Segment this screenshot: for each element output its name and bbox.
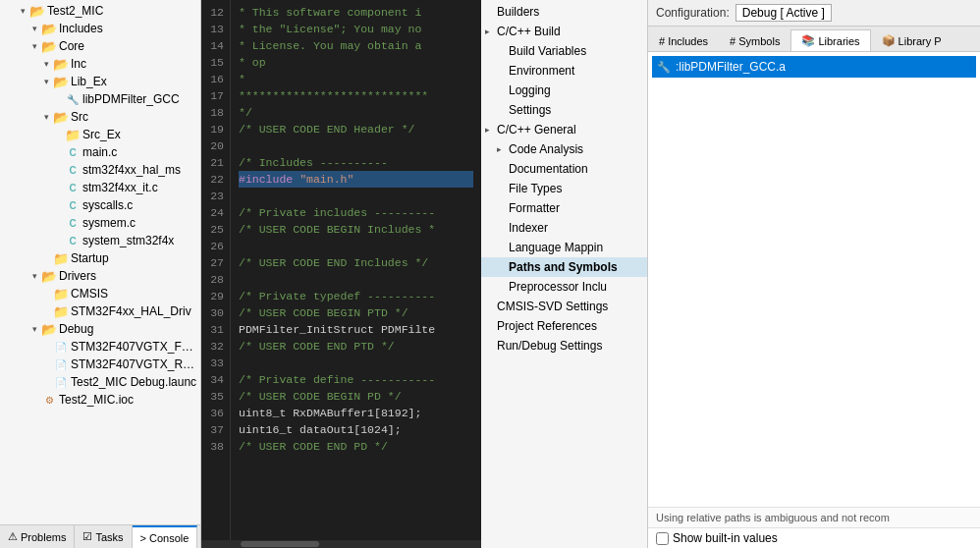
scroll-thumb[interactable]: [241, 541, 319, 547]
settings-item-file_types[interactable]: File Types: [481, 179, 647, 198]
code-line-37[interactable]: uint16_t dataOut1[1024];: [239, 421, 473, 438]
code-line-28[interactable]: [239, 271, 473, 288]
tree-item-main_c[interactable]: Cmain.c: [0, 143, 200, 161]
settings-item-build_vars[interactable]: Build Variables: [481, 41, 647, 61]
tree-arrow-test2_mic[interactable]: [16, 4, 29, 18]
tree-arrow-sysmem[interactable]: [51, 216, 65, 230]
settings-item-builders[interactable]: Builders: [481, 2, 647, 22]
tree-item-debug_launch[interactable]: 📄Test2_MIC Debug.launc: [0, 373, 200, 391]
tree-item-stm32ram[interactable]: 📄STM32F407VGTX_RAM.l: [0, 356, 200, 373]
code-line-35[interactable]: /* USER CODE BEGIN PD */: [239, 388, 473, 405]
settings-item-paths_symbols[interactable]: Paths and Symbols: [481, 257, 647, 277]
code-line-14[interactable]: * License. You may obtain a: [239, 37, 473, 54]
tree-item-stm32it[interactable]: Cstm32f4xx_it.c: [0, 179, 200, 196]
tree-arrow-main_c[interactable]: [51, 145, 65, 159]
code-line-32[interactable]: /* USER CODE END PTD */: [239, 338, 473, 355]
code-line-38[interactable]: /* USER CODE END PD */: [239, 438, 473, 455]
tree-arrow-lib_ex[interactable]: [39, 75, 53, 88]
code-line-27[interactable]: /* USER CODE END Includes */: [239, 254, 473, 271]
show-builtin-checkbox[interactable]: [656, 532, 669, 545]
tree-arrow-drivers[interactable]: [27, 269, 41, 283]
code-line-30[interactable]: /* USER CODE BEGIN PTD */: [239, 304, 473, 321]
settings-item-run_debug[interactable]: Run/Debug Settings: [481, 336, 647, 356]
settings-item-indexer[interactable]: Indexer: [481, 218, 647, 238]
tree-item-includes[interactable]: 📂Includes: [0, 20, 200, 37]
settings-item-proj_refs[interactable]: Project References: [481, 316, 647, 336]
tree-item-inc[interactable]: 📂Inc: [0, 55, 200, 73]
code-line-19[interactable]: /* USER CODE END Header */: [239, 121, 473, 137]
config-dropdown[interactable]: Debug [ Active ]: [735, 4, 832, 22]
file-tree[interactable]: 📂Test2_MIC📂Includes📂Core📂Inc📂Lib_Ex🔧libP…: [0, 0, 200, 524]
code-line-13[interactable]: * the "License"; You may no: [239, 21, 473, 37]
tree-item-src_ex[interactable]: 📁Src_Ex: [0, 126, 200, 143]
tree-item-debug[interactable]: 📂Debug: [0, 320, 200, 338]
tree-item-syscalls[interactable]: Csyscalls.c: [0, 196, 200, 214]
tree-arrow-libpdmfilter[interactable]: [51, 92, 65, 106]
settings-item-lang_mapping[interactable]: Language Mappin: [481, 238, 647, 257]
tree-arrow-ioc[interactable]: [27, 393, 41, 407]
tree-arrow-stm32it[interactable]: [51, 181, 65, 194]
tree-arrow-includes[interactable]: [27, 22, 41, 35]
tree-arrow-src[interactable]: [39, 110, 53, 124]
code-line-26[interactable]: [239, 238, 473, 254]
tab-library_p[interactable]: 📦Library P: [871, 29, 953, 51]
settings-item-cpp_general[interactable]: ▸C/C++ General: [481, 120, 647, 139]
code-line-25[interactable]: /* USER CODE BEGIN Includes *: [239, 221, 473, 238]
tab-symbols[interactable]: #Symbols: [719, 29, 790, 51]
settings-item-cpp_build[interactable]: ▸C/C++ Build: [481, 22, 647, 41]
tree-arrow-cmsis[interactable]: [39, 287, 53, 301]
code-line-23[interactable]: [239, 188, 473, 204]
settings-tree[interactable]: Builders▸C/C++ BuildBuild VariablesEnvir…: [481, 0, 647, 548]
tree-item-drivers[interactable]: 📂Drivers: [0, 267, 200, 285]
tree-item-src[interactable]: 📂Src: [0, 108, 200, 126]
tree-item-stm32flash[interactable]: 📄STM32F407VGTX_FLAS: [0, 338, 200, 356]
code-editor[interactable]: 1213141516171819202122232425262728293031…: [201, 0, 481, 540]
tab-libraries[interactable]: 📚Libraries: [790, 29, 870, 51]
code-line-22[interactable]: #include "main.h": [239, 171, 473, 188]
settings-item-formatter[interactable]: Formatter: [481, 198, 647, 218]
code-line-33[interactable]: [239, 355, 473, 371]
settings-item-preproc[interactable]: Preprocessor Inclu: [481, 277, 647, 297]
tree-arrow-src_ex[interactable]: [51, 128, 65, 141]
bottom-tab-console[interactable]: >Console: [133, 525, 198, 548]
tree-arrow-debug[interactable]: [27, 322, 41, 336]
code-scrollbar[interactable]: [201, 540, 481, 548]
settings-item-code_analysis[interactable]: ▸Code Analysis: [481, 139, 647, 159]
tree-arrow-inc[interactable]: [39, 57, 53, 71]
code-line-21[interactable]: /* Includes ----------: [239, 154, 473, 171]
code-line-20[interactable]: [239, 137, 473, 154]
tree-item-core[interactable]: 📂Core: [0, 37, 200, 55]
tab-includes[interactable]: #Includes: [648, 29, 719, 51]
tree-arrow-stm32hal_drv[interactable]: [39, 304, 53, 318]
code-line-18[interactable]: */: [239, 104, 473, 121]
tree-item-test2_mic[interactable]: 📂Test2_MIC: [0, 2, 200, 20]
tree-arrow-stm32ram[interactable]: [39, 357, 53, 371]
library-list[interactable]: 🔧:libPDMFilter_GCC.a: [648, 52, 980, 507]
tree-item-system_stm[interactable]: Csystem_stm32f4x: [0, 232, 200, 249]
tree-item-lib_ex[interactable]: 📂Lib_Ex: [0, 73, 200, 90]
tree-arrow-debug_launch[interactable]: [39, 375, 53, 389]
code-line-24[interactable]: /* Private includes ---------: [239, 204, 473, 221]
tree-item-stm32hal_drv[interactable]: 📁STM32F4xx_HAL_Driv: [0, 302, 200, 320]
code-line-36[interactable]: uint8_t RxDMABuffer1[8192];: [239, 405, 473, 421]
code-line-29[interactable]: /* Private typedef ----------: [239, 288, 473, 304]
settings-item-cmsis_svd[interactable]: CMSIS-SVD Settings: [481, 297, 647, 316]
code-line-16[interactable]: *: [239, 71, 473, 87]
tree-item-cmsis[interactable]: 📁CMSIS: [0, 285, 200, 302]
code-line-17[interactable]: ****************************: [239, 87, 473, 104]
bottom-tab-tasks[interactable]: ☑Tasks: [75, 525, 132, 548]
tree-arrow-stm32hal[interactable]: [51, 163, 65, 177]
code-line-15[interactable]: * op: [239, 54, 473, 71]
code-line-34[interactable]: /* Private define -----------: [239, 371, 473, 388]
tree-item-ioc[interactable]: ⚙Test2_MIC.ioc: [0, 391, 200, 409]
tree-arrow-syscalls[interactable]: [51, 198, 65, 212]
tree-arrow-stm32flash[interactable]: [39, 340, 53, 354]
tree-arrow-core[interactable]: [27, 39, 41, 53]
tree-arrow-system_stm[interactable]: [51, 234, 65, 247]
bottom-tab-problems[interactable]: ⚠Problems: [0, 525, 75, 548]
code-line-12[interactable]: * This software component i: [239, 4, 473, 21]
settings-item-settings[interactable]: Settings: [481, 100, 647, 120]
tree-arrow-startup[interactable]: [39, 251, 53, 265]
code-content[interactable]: * This software component i * the "Licen…: [231, 0, 481, 540]
tree-item-stm32hal[interactable]: Cstm32f4xx_hal_ms: [0, 161, 200, 179]
